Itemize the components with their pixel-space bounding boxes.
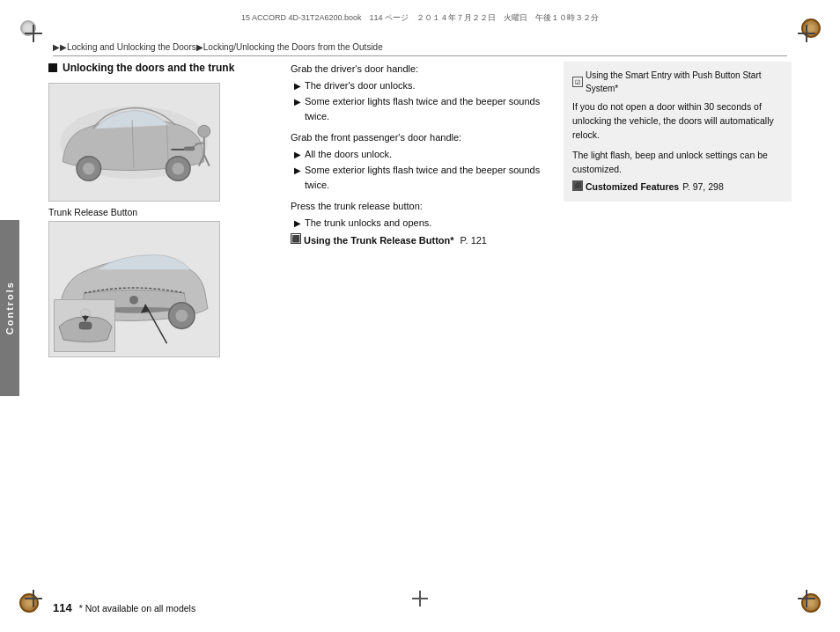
left-column: Unlocking the doors and the trunk <box>48 62 277 357</box>
para1-bullet2: ▶ Some exterior lights flash twice and t… <box>291 94 546 123</box>
trunk-button-detail <box>54 299 115 352</box>
svg-point-7 <box>172 163 184 175</box>
tip-ref-label: Customized Features <box>586 180 679 195</box>
para1-bullet1-text: The driver's door unlocks. <box>305 78 416 93</box>
para2-bullet1-text: All the doors unlock. <box>305 147 392 162</box>
corner-mark-bl <box>25 590 42 607</box>
bottom-center-mark <box>412 591 428 599</box>
para3-ref-text: Using the Trunk Release Button* P. 121 <box>304 233 487 248</box>
para3-bullet1-text: The trunk unlocks and opens. <box>305 216 431 231</box>
tip-icon: ☑ <box>572 77 583 87</box>
para2-bullet1: ▶ All the doors unlock. <box>291 147 546 162</box>
svg-point-5 <box>83 163 95 175</box>
bullet-arrow-icon: ▶ <box>294 164 301 177</box>
para1-bullet1: ▶ The driver's door unlocks. <box>291 78 546 93</box>
para2-bullet2: ▶ Some exterior lights flash twice and t… <box>291 163 546 192</box>
main-content: Unlocking the doors and the trunk <box>48 53 792 584</box>
tip-box: ☑ Using the Smart Entry with Push Button… <box>564 62 792 202</box>
page-number: 114 <box>53 601 72 614</box>
corner-mark-tr <box>798 25 815 42</box>
para3-ref-label: Using the Trunk Release Button* <box>304 235 454 246</box>
para1-intro: Grab the driver's door handle: <box>291 62 546 77</box>
corner-mark-tl <box>25 25 42 42</box>
right-column: Grab the driver's door handle: ▶ The dri… <box>291 62 546 255</box>
heading-square-icon <box>48 63 57 72</box>
file-metadata: 15 ACCORD 4D-31T2A6200.book 114 ページ ２０１４… <box>53 12 787 24</box>
bullet-arrow-icon: ▶ <box>294 148 301 161</box>
bullet-arrow-icon: ▶ <box>294 217 301 230</box>
para3-intro: Press the trunk release button: <box>291 199 546 214</box>
para1-bullet2-text: Some exterior lights flash twice and the… <box>305 94 546 123</box>
tip-ref-icon: ⬛ <box>572 180 583 191</box>
para2-intro: Grab the front passenger's door handle: <box>291 130 546 145</box>
tip-box-header: ☑ Using the Smart Entry with Push Button… <box>572 69 783 95</box>
section-heading: Unlocking the doors and the trunk <box>48 62 277 74</box>
footer-note: * Not available on all models <box>79 603 196 614</box>
reference-icon: ⬛ <box>291 233 301 244</box>
page-footer: 114 * Not available on all models <box>53 601 195 614</box>
svg-rect-14 <box>184 147 195 151</box>
tip-box-reference: ⬛ Customized Features P. 97, 298 <box>572 180 783 195</box>
trunk-car-image <box>48 221 220 357</box>
tip-box-line2: The light flash, beep and unlock setting… <box>572 149 783 177</box>
para2-bullet2-text: Some exterior lights flash twice and the… <box>305 163 546 192</box>
car-door-image <box>48 83 220 202</box>
tip-box-line1: If you do not open a door within 30 seco… <box>572 100 783 142</box>
svg-point-19 <box>175 310 188 322</box>
svg-rect-23 <box>79 322 92 329</box>
sidebar-controls-label: Controls <box>0 220 19 396</box>
svg-point-8 <box>198 125 210 137</box>
instruction-block-1: Grab the driver's door handle: ▶ The dri… <box>291 62 546 123</box>
tip-ref-page: P. 97, 298 <box>682 180 724 195</box>
para3-reference: ⬛ Using the Trunk Release Button* P. 121 <box>291 233 546 248</box>
instruction-block-2: Grab the front passenger's door handle: … <box>291 130 546 192</box>
instruction-block-3: Press the trunk release button: ▶ The tr… <box>291 199 546 248</box>
bullet-arrow-icon: ▶ <box>294 79 301 92</box>
svg-point-20 <box>129 296 138 305</box>
bullet-arrow-icon: ▶ <box>294 95 301 108</box>
controls-text: Controls <box>4 281 15 334</box>
tip-box-column: ☑ Using the Smart Entry with Push Button… <box>564 62 792 220</box>
corner-mark-br <box>798 590 815 607</box>
trunk-image-label: Trunk Release Button <box>48 207 277 217</box>
section-heading-text: Unlocking the doors and the trunk <box>63 62 234 74</box>
para3-bullet1: ▶ The trunk unlocks and opens. <box>291 216 546 231</box>
tip-box-header-text: Using the Smart Entry with Push Button S… <box>586 69 783 95</box>
para3-ref-page: P. 121 <box>461 235 487 246</box>
